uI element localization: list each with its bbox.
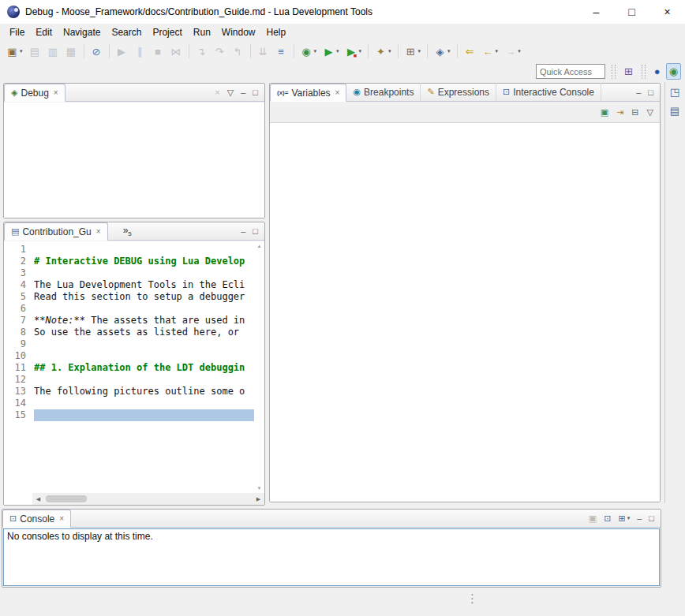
close-window-button[interactable]: × [649, 0, 685, 24]
console-output[interactable]: No consoles to display at this time. [3, 528, 660, 586]
menu-file[interactable]: File [4, 24, 30, 40]
tab-interactive-console[interactable]: ⊡Interactive Console [496, 83, 601, 101]
menu-edit[interactable]: Edit [30, 24, 58, 40]
run-button[interactable]: ▶▾ [320, 43, 342, 60]
toolbar-separator [189, 44, 189, 58]
debug-view-menu-button[interactable]: ▽ [225, 88, 236, 98]
save-button: ▤ [27, 43, 43, 60]
editor-line-1[interactable] [34, 244, 254, 256]
console-tab-close-icon[interactable]: × [59, 514, 64, 523]
run-dropdown[interactable]: ▾ [336, 48, 339, 54]
hscroll-left-arrow[interactable]: ◀ [32, 496, 44, 502]
use-step-filters-icon: ≡ [275, 47, 287, 57]
external-tools-button[interactable]: ▶■▾ [343, 43, 365, 60]
debug-tab-close-icon[interactable]: × [54, 88, 58, 97]
tab-expressions[interactable]: ✎Expressions [421, 83, 496, 101]
editor-line-6[interactable] [34, 303, 254, 315]
new-dropdown[interactable]: ▾ [20, 48, 23, 54]
open-console-button[interactable]: ⊞▾ [616, 513, 632, 524]
open-element-button[interactable]: ◈▾ [432, 43, 453, 60]
editor-line-7[interactable]: **Note:** The assets that are used in [34, 315, 254, 327]
editor-line-4[interactable]: The Lua Development Tools in the Ecli [34, 279, 254, 291]
console-minimize-button[interactable]: – [634, 513, 644, 524]
debug-dropdown[interactable]: ▾ [314, 48, 317, 54]
variables-minimize-button[interactable]: – [634, 88, 643, 98]
save-icon: ▤ [29, 47, 41, 57]
maximize-window-button[interactable]: □ [614, 0, 649, 24]
editor-line-13[interactable]: The following pictures outline some o [34, 386, 254, 398]
debug-maximize-button[interactable]: □ [250, 88, 260, 98]
menu-project[interactable]: Project [147, 24, 187, 40]
collapse-all-button[interactable]: ⊟ [629, 107, 641, 118]
editor-line-15[interactable] [34, 409, 254, 421]
open-perspective-button[interactable]: ⊞ [622, 63, 635, 80]
lua-perspective-button[interactable]: ● [652, 63, 663, 80]
editor-tab-close-icon[interactable]: × [96, 227, 101, 236]
editor-minimize-button[interactable]: – [238, 226, 248, 237]
new-button[interactable]: ▣▾ [4, 43, 25, 60]
editor-line-9[interactable] [34, 338, 254, 350]
editor-code[interactable]: # Interactive DEBUG using Lua DevelopThe… [34, 241, 254, 493]
last-edit-location-button[interactable]: ⇐ [462, 43, 478, 60]
console-view-icon: ⊡ [9, 514, 17, 523]
display-selected-console-button[interactable]: ⊡ [601, 513, 613, 524]
debug-minimize-button[interactable]: – [238, 88, 248, 98]
editor-hscrollbar[interactable]: ◀ ▶ [32, 493, 264, 505]
show-logical-structures-button[interactable]: ▣ [598, 107, 611, 118]
menu-help[interactable]: Help [261, 24, 292, 40]
vscroll-up-arrow[interactable]: ▲ [257, 244, 262, 248]
open-search-button[interactable]: ✦▾ [372, 43, 394, 60]
back-button[interactable]: ←▾ [480, 43, 501, 60]
variables-view-menu-button[interactable]: ▽ [645, 107, 656, 118]
editor-line-12[interactable] [34, 374, 254, 386]
editor-line-numbers[interactable]: 123456789101112131415 [4, 241, 32, 493]
editor-line-5[interactable]: Read this section to setup a debugger [34, 291, 254, 303]
tab-debug[interactable]: ◈ Debug × [4, 84, 66, 102]
variables-maximize-button[interactable]: □ [646, 88, 656, 98]
console-maximize-button[interactable]: □ [646, 513, 657, 524]
editor-line-3[interactable] [34, 267, 254, 279]
tab-variables[interactable]: (x)=Variables× [270, 84, 346, 102]
editor-line-11[interactable]: ## 1. Explanation of the LDT debuggin [34, 362, 254, 374]
variables-close-icon[interactable]: × [335, 88, 340, 97]
minimized-view-stack-button[interactable]: ▤ [668, 105, 682, 117]
editor-line-14[interactable] [34, 398, 254, 409]
menu-search[interactable]: Search [106, 24, 147, 40]
menu-window[interactable]: Window [216, 24, 261, 40]
quick-access-input[interactable] [536, 64, 605, 79]
vscroll-down-arrow[interactable]: ▼ [257, 486, 262, 491]
open-element-dropdown[interactable]: ▾ [447, 48, 451, 54]
show-type-names-button[interactable]: ⇥ [614, 107, 626, 118]
new-wizard-button[interactable]: ⊞▾ [402, 43, 424, 60]
editor-line-8[interactable]: So use the assets as listed here, or [34, 327, 254, 338]
tab-console[interactable]: ⊡ Console × [2, 510, 71, 528]
minimize-window-button[interactable]: – [578, 0, 614, 24]
debug-perspective-button[interactable]: ◉ [666, 63, 681, 80]
external-tools-dropdown[interactable]: ▾ [359, 48, 362, 54]
forward-dropdown[interactable]: ▾ [518, 48, 521, 54]
variables-toolbar: ▣⇥⊟▽ [270, 103, 660, 122]
hscroll-track[interactable] [44, 493, 253, 505]
menu-navigate[interactable]: Navigate [58, 24, 106, 40]
editor-maximize-button[interactable]: □ [250, 226, 260, 237]
tab-breakpoints[interactable]: ◉Breakpoints [346, 83, 421, 101]
sash-drag-handle[interactable]: ⋮ [466, 592, 478, 604]
hscroll-right-arrow[interactable]: ▶ [253, 496, 264, 502]
skip-all-breakpoints-button[interactable]: ⊘ [88, 43, 105, 60]
tab-contribution-guide[interactable]: ▤ Contribution_Gu × [4, 222, 108, 241]
editor-line-10[interactable] [34, 350, 254, 362]
debug-button[interactable]: ◉▾ [298, 43, 320, 60]
step-into-button: ↴ [193, 43, 210, 60]
editor-tab-overflow[interactable]: » 5 [119, 223, 136, 240]
menu-run[interactable]: Run [188, 24, 216, 40]
open-console-dropdown[interactable]: ▾ [627, 515, 631, 521]
back-dropdown[interactable]: ▾ [496, 48, 499, 54]
line-number: 6 [4, 303, 26, 315]
restore-panel-button[interactable]: ◳ [668, 86, 682, 98]
hscroll-thumb[interactable] [46, 495, 87, 502]
editor-vscrollbar[interactable]: ▲ ▼ [254, 241, 264, 493]
use-step-filters-button[interactable]: ≡ [273, 43, 290, 60]
open-search-dropdown[interactable]: ▾ [388, 48, 391, 54]
new-wizard-dropdown[interactable]: ▾ [418, 48, 421, 54]
editor-line-2[interactable]: # Interactive DEBUG using Lua Develop [34, 256, 254, 267]
